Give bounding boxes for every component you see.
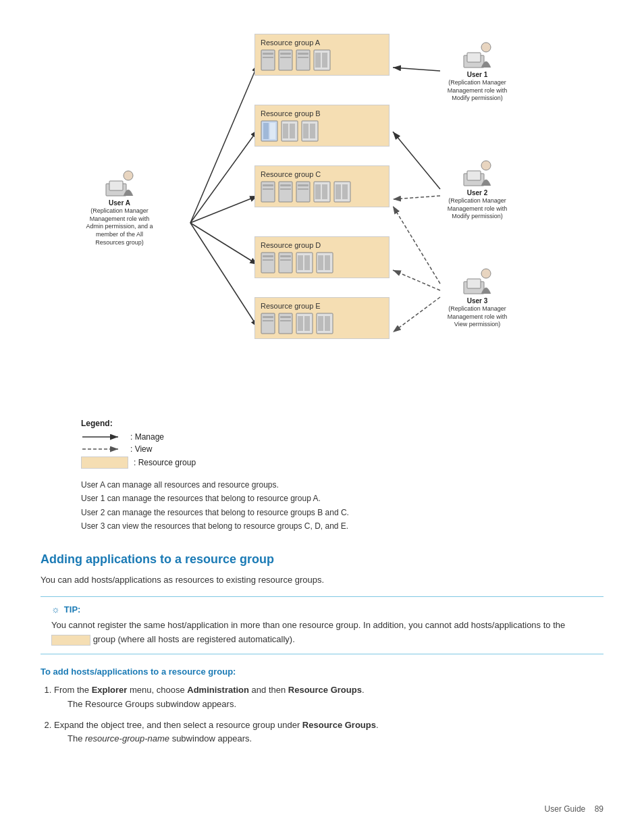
svg-rect-68 bbox=[298, 316, 303, 331]
svg-point-75 bbox=[124, 171, 133, 180]
svg-rect-17 bbox=[280, 53, 291, 55]
svg-rect-23 bbox=[315, 53, 321, 68]
svg-rect-36 bbox=[263, 188, 273, 190]
footer-page: 89 bbox=[595, 804, 603, 814]
page-footer: User Guide 89 bbox=[545, 804, 603, 814]
svg-rect-21 bbox=[298, 57, 308, 58]
tip-body-suffix: group (where all hosts are registered au… bbox=[93, 634, 295, 644]
svg-rect-63 bbox=[263, 320, 273, 321]
legend-rg-label: : Resource group bbox=[134, 458, 196, 467]
resource-group-c: Resource group C bbox=[254, 165, 390, 207]
svg-rect-71 bbox=[318, 316, 323, 331]
svg-line-10 bbox=[393, 206, 440, 284]
legend-solid-label: : Manage bbox=[130, 432, 164, 442]
svg-rect-29 bbox=[283, 124, 288, 138]
tip-icon: ☼ bbox=[51, 604, 60, 615]
step-1: From the Explorer menu, choose Administr… bbox=[54, 683, 603, 712]
svg-rect-77 bbox=[467, 53, 481, 62]
step-1-text: From the Explorer menu, choose Administr… bbox=[54, 685, 365, 695]
user-2-desc: (Replication ManagerManagement role with… bbox=[448, 197, 508, 221]
svg-line-2 bbox=[190, 64, 258, 223]
footer-label: User Guide bbox=[545, 804, 586, 814]
svg-line-11 bbox=[393, 270, 440, 290]
legend-section: Legend: : Manage : View : Resource group bbox=[81, 419, 603, 469]
svg-rect-83 bbox=[467, 279, 481, 288]
svg-point-78 bbox=[481, 43, 491, 52]
user-3-figure: User 3 (Replication ManagerManagement ro… bbox=[437, 267, 518, 329]
note-2: User 1 can manage the resources that bel… bbox=[81, 492, 603, 505]
svg-rect-41 bbox=[298, 184, 308, 186]
svg-rect-27 bbox=[270, 123, 275, 139]
svg-line-6 bbox=[190, 223, 258, 328]
svg-rect-24 bbox=[322, 53, 327, 68]
tip-body-text: You cannot register the same host/applic… bbox=[51, 620, 565, 630]
svg-rect-53 bbox=[280, 255, 291, 257]
rg-a-icons bbox=[261, 49, 383, 71]
tip-label: TIP: bbox=[64, 604, 81, 615]
svg-point-84 bbox=[481, 269, 491, 278]
svg-rect-50 bbox=[263, 255, 273, 257]
svg-line-5 bbox=[190, 223, 258, 265]
svg-rect-26 bbox=[263, 123, 269, 139]
note-3: User 2 can manage the resources that bel… bbox=[81, 506, 603, 519]
user-3-desc: (Replication ManagerManagement role with… bbox=[448, 305, 508, 329]
user-1-figure: User 1 (Replication ManagerManagement ro… bbox=[437, 41, 518, 103]
rg-d-icons bbox=[261, 252, 383, 273]
rg-c-icons bbox=[261, 181, 383, 203]
user-a-figure: User A (Replication ManagerManagement ro… bbox=[79, 169, 160, 246]
svg-line-4 bbox=[190, 196, 258, 223]
user-3-label: User 3 bbox=[467, 296, 488, 305]
legend-solid-item: : Manage bbox=[81, 432, 603, 442]
svg-rect-15 bbox=[263, 57, 273, 58]
svg-point-81 bbox=[481, 161, 491, 170]
legend-title: Legend: bbox=[81, 419, 603, 428]
resource-group-d: Resource group D bbox=[254, 236, 390, 278]
rg-c-label: Resource group C bbox=[261, 170, 383, 178]
user-1-label: User 1 bbox=[467, 70, 488, 79]
step-2-text: Expand the object tree, and then select … bbox=[54, 720, 379, 730]
user-2-figure: User 2 (Replication ManagerManagement ro… bbox=[437, 159, 518, 221]
svg-rect-69 bbox=[304, 316, 310, 331]
svg-rect-72 bbox=[325, 316, 330, 331]
svg-rect-44 bbox=[315, 184, 321, 199]
legend-dashed-item: : View bbox=[81, 444, 603, 454]
svg-rect-80 bbox=[467, 171, 481, 180]
svg-rect-33 bbox=[310, 124, 315, 138]
svg-rect-66 bbox=[280, 320, 291, 321]
note-4: User 3 can view the resources that belon… bbox=[81, 519, 603, 533]
svg-rect-42 bbox=[298, 188, 308, 190]
legend-rg-box bbox=[81, 457, 128, 469]
svg-rect-32 bbox=[303, 124, 308, 138]
svg-rect-14 bbox=[263, 53, 273, 55]
procedure-heading: To add hosts/applications to a resource … bbox=[41, 667, 603, 677]
tip-body: You cannot register the same host/applic… bbox=[51, 619, 593, 647]
page: Resource group A Resource group B Resour… bbox=[0, 0, 644, 834]
svg-rect-30 bbox=[290, 124, 295, 138]
svg-rect-60 bbox=[325, 255, 330, 270]
svg-rect-47 bbox=[336, 184, 341, 199]
svg-rect-54 bbox=[280, 259, 291, 261]
svg-rect-48 bbox=[342, 184, 348, 199]
svg-rect-20 bbox=[298, 53, 308, 55]
tip-box: ☼ TIP: You cannot register the same host… bbox=[41, 596, 603, 654]
resource-group-b: Resource group B bbox=[254, 105, 390, 147]
svg-rect-18 bbox=[280, 57, 291, 58]
svg-rect-59 bbox=[318, 255, 323, 270]
legend-dashed-label: : View bbox=[130, 444, 152, 454]
rg-e-icons bbox=[261, 313, 383, 334]
rg-e-label: Resource group E bbox=[261, 302, 383, 310]
svg-rect-35 bbox=[263, 184, 273, 186]
step-2: Expand the object tree, and then select … bbox=[54, 719, 603, 747]
user-1-desc: (Replication ManagerManagement role with… bbox=[448, 79, 508, 103]
svg-rect-62 bbox=[263, 316, 273, 318]
svg-line-3 bbox=[190, 130, 258, 223]
diagram-notes: User A can manage all resources and reso… bbox=[81, 478, 603, 533]
tip-inline-ref bbox=[51, 635, 90, 646]
step-2-subnote: The resource-group-name subwindow appear… bbox=[68, 732, 603, 746]
user-a-label: User A bbox=[109, 199, 130, 207]
rg-b-label: Resource group B bbox=[261, 109, 383, 118]
diagram-container: Resource group A Resource group B Resour… bbox=[59, 20, 585, 412]
svg-rect-65 bbox=[280, 316, 291, 318]
rg-d-label: Resource group D bbox=[261, 241, 383, 249]
rg-b-icons bbox=[261, 120, 383, 142]
